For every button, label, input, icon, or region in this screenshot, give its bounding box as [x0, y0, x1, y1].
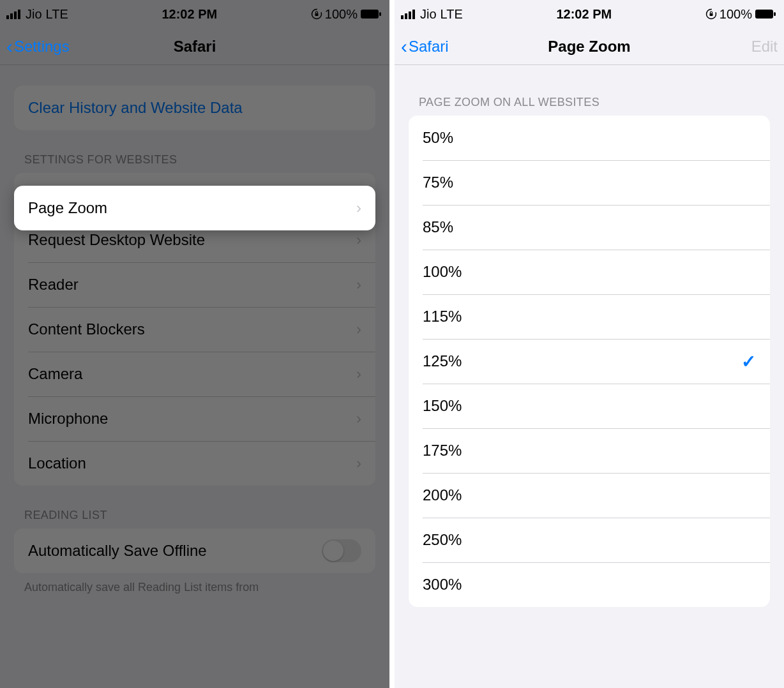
battery-icon: [755, 9, 776, 19]
edit-button[interactable]: Edit: [751, 38, 778, 56]
content: PAGE ZOOM ON ALL WEBSITES 50%75%85%100%1…: [395, 96, 784, 607]
zoom-option-row[interactable]: 50%: [409, 116, 770, 160]
row-label: Page Zoom: [28, 199, 107, 217]
back-label: Safari: [409, 38, 449, 56]
zoom-option-row[interactable]: 115%: [409, 294, 770, 339]
back-label: Settings: [14, 38, 70, 56]
chevron-right-icon: ›: [356, 199, 361, 217]
row-label: Location: [28, 454, 86, 472]
zoom-option-label: 115%: [423, 308, 462, 325]
zoom-option-row[interactable]: 300%: [409, 562, 770, 607]
highlighted-row-page-zoom[interactable]: Page Zoom ›: [14, 186, 375, 230]
group-clear-history: Clear History and Website Data: [0, 86, 389, 130]
zoom-option-row[interactable]: 100%: [409, 250, 770, 294]
zoom-option-row[interactable]: 200%: [409, 473, 770, 518]
chevron-right-icon: ›: [356, 231, 361, 249]
reading-list-header: READING LIST: [0, 509, 389, 528]
status-bar-right: 100%: [705, 7, 776, 22]
zoom-option-row[interactable]: 175%: [409, 428, 770, 473]
status-bar-left: Jio LTE: [6, 7, 68, 22]
back-button[interactable]: ‹ Settings: [6, 37, 70, 56]
chevron-left-icon: ‹: [401, 37, 407, 56]
chevron-right-icon: ›: [356, 365, 361, 383]
row-label: Automatically Save Offline: [28, 542, 207, 560]
switch-auto-save-offline[interactable]: [322, 539, 361, 562]
status-bar: Jio LTE 12:02 PM 100%: [0, 0, 389, 28]
status-bar-time: 12:02 PM: [556, 7, 612, 22]
status-bar: Jio LTE 12:02 PM 100%: [395, 0, 784, 28]
svg-rect-15: [774, 12, 776, 16]
settings-for-websites-header: SETTINGS FOR WEBSITES: [0, 153, 389, 173]
svg-rect-8: [401, 15, 403, 19]
back-button[interactable]: ‹ Safari: [401, 37, 449, 56]
chevron-left-icon: ‹: [6, 37, 13, 56]
page-title: Page Zoom: [395, 38, 784, 56]
status-bar-right: 100%: [311, 7, 382, 22]
svg-rect-10: [409, 11, 411, 19]
battery-percent-label: 100%: [325, 7, 358, 22]
checkmark-icon: ✓: [741, 351, 756, 372]
row-auto-save-offline[interactable]: Automatically Save Offline: [14, 528, 375, 573]
group-reading-list: READING LIST Automatically Save Offline …: [0, 509, 389, 595]
row-label: Reader: [28, 276, 79, 294]
zoom-option-row[interactable]: 250%: [409, 518, 770, 562]
orientation-lock-icon: [311, 8, 322, 20]
zoom-option-label: 300%: [423, 576, 462, 594]
svg-rect-6: [361, 10, 379, 19]
clear-history-button[interactable]: Clear History and Website Data: [14, 86, 375, 130]
svg-rect-11: [412, 10, 415, 19]
clear-history-label: Clear History and Website Data: [28, 99, 243, 117]
battery-icon: [360, 9, 382, 19]
svg-rect-1: [10, 13, 13, 19]
zoom-option-label: 100%: [423, 263, 462, 281]
nav-bar: ‹ Settings Safari: [0, 28, 389, 65]
group-page-zoom-options: PAGE ZOOM ON ALL WEBSITES 50%75%85%100%1…: [395, 96, 784, 607]
signal-icon: [6, 9, 22, 19]
chevron-right-icon: ›: [356, 276, 361, 294]
zoom-option-label: 125%: [423, 352, 462, 370]
svg-rect-5: [315, 13, 318, 16]
row-content-blockers[interactable]: Content Blockers ›: [14, 307, 375, 352]
row-location[interactable]: Location ›: [14, 441, 375, 486]
status-bar-left: Jio LTE: [401, 7, 463, 22]
row-camera[interactable]: Camera ›: [14, 352, 375, 396]
chevron-right-icon: ›: [356, 410, 361, 428]
zoom-option-row[interactable]: 125%✓: [409, 339, 770, 384]
row-label: Request Desktop Website: [28, 231, 205, 249]
svg-rect-14: [755, 10, 773, 19]
svg-rect-7: [379, 12, 381, 16]
zoom-option-label: 200%: [423, 486, 462, 504]
orientation-lock-icon: [705, 8, 717, 20]
chevron-right-icon: ›: [356, 454, 361, 472]
page-zoom-all-websites-header: PAGE ZOOM ON ALL WEBSITES: [395, 96, 784, 116]
reading-list-footer: Automatically save all Reading List item…: [0, 573, 389, 595]
svg-rect-3: [18, 10, 20, 19]
zoom-option-row[interactable]: 85%: [409, 205, 770, 250]
zoom-option-label: 85%: [423, 218, 453, 236]
row-label: Microphone: [28, 410, 108, 428]
carrier-label: Jio: [26, 7, 42, 22]
svg-rect-9: [405, 13, 407, 19]
safari-settings-screen: Jio LTE 12:02 PM 100% ‹ Settings Safari …: [0, 0, 389, 688]
zoom-option-label: 50%: [423, 129, 453, 147]
row-reader[interactable]: Reader ›: [14, 262, 375, 307]
zoom-option-label: 175%: [423, 442, 462, 460]
network-label: LTE: [441, 7, 463, 22]
svg-rect-13: [709, 13, 712, 16]
battery-percent-label: 100%: [720, 7, 752, 22]
zoom-options-list: 50%75%85%100%115%125%✓150%175%200%250%30…: [409, 116, 770, 607]
zoom-option-label: 250%: [423, 531, 462, 549]
nav-bar: ‹ Safari Page Zoom Edit: [395, 28, 784, 65]
signal-icon: [401, 9, 416, 19]
zoom-option-row[interactable]: 75%: [409, 160, 770, 205]
status-bar-time: 12:02 PM: [162, 7, 217, 22]
row-microphone[interactable]: Microphone ›: [14, 396, 375, 441]
chevron-right-icon: ›: [356, 320, 361, 338]
row-label: Camera: [28, 365, 82, 383]
zoom-option-label: 150%: [423, 397, 462, 415]
svg-rect-2: [14, 11, 17, 19]
page-zoom-screen: Jio LTE 12:02 PM 100% ‹ Safari Page Zoom…: [395, 0, 784, 688]
zoom-option-row[interactable]: 150%: [409, 384, 770, 428]
row-label: Content Blockers: [28, 320, 145, 338]
network-label: LTE: [46, 7, 68, 22]
